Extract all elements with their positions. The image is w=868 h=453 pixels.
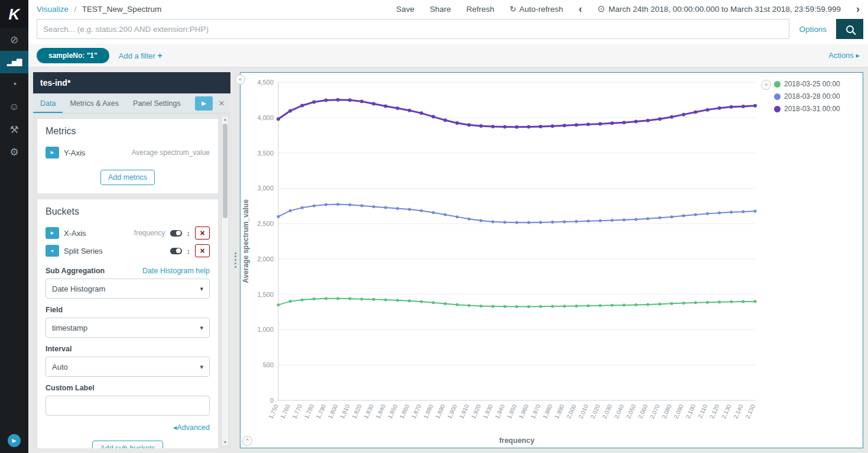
editor-scrollbar[interactable]: ▲ ▼ bbox=[222, 116, 229, 446]
svg-text:1,840: 1,840 bbox=[375, 403, 387, 420]
svg-text:1,760: 1,760 bbox=[279, 403, 291, 420]
editor-tabs: Data Metrics & Axes Panel Settings ▶ × bbox=[33, 93, 230, 114]
sidebar-item-dashboard[interactable]: ◔ bbox=[0, 73, 28, 96]
scroll-down-icon[interactable]: ▼ bbox=[223, 439, 227, 445]
legend-item[interactable]: 2018-03-31 00:00 bbox=[774, 105, 858, 113]
sidebar-item-discover[interactable]: ⊘ bbox=[0, 28, 28, 51]
kibana-logo[interactable]: K bbox=[0, 0, 28, 28]
svg-text:1,780: 1,780 bbox=[303, 403, 316, 420]
svg-text:1,770: 1,770 bbox=[291, 403, 304, 420]
scroll-top-button[interactable]: ^ bbox=[242, 436, 252, 446]
filter-pill[interactable]: sampleNo: "1" bbox=[37, 48, 109, 63]
search-input[interactable] bbox=[37, 19, 789, 39]
metrics-heading: Metrics bbox=[45, 126, 210, 137]
svg-text:2,090: 2,090 bbox=[672, 403, 685, 420]
top-menu: Save Share Refresh ↻ Auto-refresh ‹ ⊙ Ma… bbox=[396, 4, 860, 14]
sub-aggregation-select[interactable]: Date Histogram ▾ bbox=[45, 279, 210, 299]
add-filter-link[interactable]: Add a filter + bbox=[119, 51, 162, 60]
gear-icon: ⚙ bbox=[9, 146, 18, 158]
svg-text:500: 500 bbox=[263, 361, 274, 368]
y-axis-agg-value: Average spectrum_value bbox=[131, 148, 210, 157]
svg-text:1,960: 1,960 bbox=[518, 403, 530, 420]
svg-text:2,050: 2,050 bbox=[625, 403, 638, 420]
svg-text:3,000: 3,000 bbox=[257, 185, 274, 192]
chart-plot: 05001,0001,5002,0002,5003,0003,5004,0004… bbox=[240, 73, 761, 448]
sidebar-item-management[interactable]: ⚙ bbox=[0, 141, 28, 163]
custom-label-label: Custom Label bbox=[45, 384, 210, 392]
sidebar-item-timelion[interactable]: ☺ bbox=[0, 96, 28, 118]
visualize-workspace: tes-ind* Data Metrics & Axes Panel Setti… bbox=[28, 67, 868, 453]
legend-toggle-button[interactable]: » bbox=[761, 80, 771, 90]
legend-item[interactable]: 2018-03-28 00:00 bbox=[774, 92, 858, 101]
interval-label: Interval bbox=[45, 345, 210, 353]
refresh-button[interactable]: Refresh bbox=[466, 5, 494, 14]
chevron-down-icon: ▾ bbox=[200, 285, 203, 293]
sidebar-collapse-button[interactable]: ▶ bbox=[0, 434, 28, 447]
plus-icon: + bbox=[158, 51, 162, 60]
apply-changes-button[interactable]: ▶ bbox=[195, 96, 213, 111]
sidebar-item-visualize[interactable]: ▂▅▇ bbox=[0, 51, 28, 73]
auto-refresh-button[interactable]: ↻ Auto-refresh bbox=[510, 4, 564, 14]
move-agg-icon[interactable]: ↕ bbox=[187, 247, 191, 255]
legend-item[interactable]: 2018-03-25 00:00 bbox=[774, 80, 858, 88]
time-back-button[interactable]: ‹ bbox=[578, 4, 582, 14]
svg-text:1,830: 1,830 bbox=[363, 403, 375, 420]
custom-label-input[interactable] bbox=[45, 396, 210, 416]
close-icon[interactable]: × bbox=[219, 98, 225, 108]
editor-tab-actions: ▶ × bbox=[195, 93, 230, 113]
svg-text:1,820: 1,820 bbox=[350, 403, 363, 420]
breadcrumb-separator: / bbox=[74, 5, 77, 14]
x-axis-controls: frequency ↕ × bbox=[134, 226, 210, 240]
split-series-collapse-button[interactable]: ▼ bbox=[45, 245, 59, 257]
svg-text:1,800: 1,800 bbox=[327, 403, 339, 420]
split-series-label: Split Series bbox=[64, 247, 103, 255]
options-link[interactable]: Options bbox=[799, 25, 827, 34]
sub-aggregation-selected: Date Histogram bbox=[52, 284, 105, 293]
remove-agg-button[interactable]: × bbox=[195, 226, 210, 240]
svg-text:1,880: 1,880 bbox=[422, 403, 435, 420]
panel-resize-handle[interactable] bbox=[230, 72, 240, 448]
timepicker-button[interactable]: ⊙ March 24th 2018, 00:00:00.000 to March… bbox=[597, 4, 841, 14]
svg-text:2,080: 2,080 bbox=[661, 403, 673, 420]
wrench-icon: ⚒ bbox=[9, 124, 18, 136]
svg-text:1,810: 1,810 bbox=[339, 403, 351, 420]
top-nav-bar: Visualize / TEST_New_Spectrum Save Share… bbox=[28, 0, 868, 17]
visualization-panel: « 05001,0001,5002,0002,5003,0003,5004,00… bbox=[240, 72, 863, 448]
tab-data[interactable]: Data bbox=[33, 93, 63, 113]
remove-agg-button[interactable]: × bbox=[195, 244, 210, 257]
x-axis-expand-button[interactable]: ▶ bbox=[45, 227, 59, 239]
disable-agg-toggle[interactable] bbox=[170, 230, 182, 237]
advanced-toggle-link[interactable]: ◂Advanced bbox=[173, 423, 210, 432]
svg-text:1,980: 1,980 bbox=[541, 403, 554, 420]
add-metrics-button[interactable]: Add metrics bbox=[100, 170, 155, 185]
add-sub-buckets-button[interactable]: Add sub-buckets bbox=[92, 441, 162, 448]
page-title: TEST_New_Spectrum bbox=[82, 5, 161, 14]
date-histogram-help-link[interactable]: Date Histogram help bbox=[142, 267, 210, 275]
clock-icon: ⊙ bbox=[597, 4, 605, 14]
x-axis-field-value: frequency bbox=[134, 229, 165, 237]
breadcrumb-visualize-link[interactable]: Visualize bbox=[37, 5, 69, 14]
svg-text:2,010: 2,010 bbox=[577, 403, 590, 420]
save-button[interactable]: Save bbox=[396, 5, 414, 14]
tab-panel-settings[interactable]: Panel Settings bbox=[126, 93, 188, 113]
search-button[interactable] bbox=[836, 19, 863, 39]
sidebar-item-dev-tools[interactable]: ⚒ bbox=[0, 118, 28, 141]
add-filter-label: Add a filter bbox=[119, 51, 155, 60]
field-select[interactable]: timestamp ▾ bbox=[45, 318, 210, 338]
collapse-editor-button[interactable]: « bbox=[235, 75, 245, 85]
compass-icon: ⊘ bbox=[10, 34, 18, 46]
disable-agg-toggle[interactable] bbox=[170, 248, 182, 254]
search-icon bbox=[846, 25, 854, 33]
y-axis-expand-button[interactable]: ▶ bbox=[45, 147, 59, 158]
svg-text:1,850: 1,850 bbox=[386, 403, 399, 420]
filter-actions-link[interactable]: Actions ▸ bbox=[828, 51, 860, 60]
caret-right-icon: ▸ bbox=[854, 51, 860, 60]
scrollbar-thumb[interactable] bbox=[223, 124, 227, 218]
share-button[interactable]: Share bbox=[430, 5, 451, 14]
tab-metrics-axes[interactable]: Metrics & Axes bbox=[63, 93, 126, 113]
scroll-up-icon[interactable]: ▲ bbox=[223, 117, 227, 122]
interval-select[interactable]: Auto ▾ bbox=[45, 357, 210, 377]
time-forward-button[interactable]: › bbox=[856, 4, 860, 14]
svg-text:1,950: 1,950 bbox=[506, 403, 518, 420]
move-agg-icon[interactable]: ↕ bbox=[187, 229, 191, 238]
